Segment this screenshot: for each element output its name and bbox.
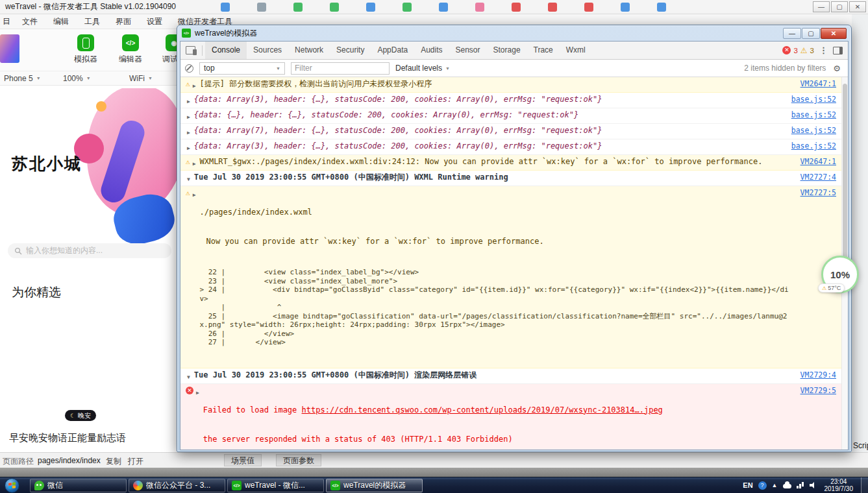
source-link[interactable]: base.js:52 [784,110,836,120]
tab-trace[interactable]: Trace [527,42,560,59]
expand-arrow-icon[interactable]: ▶ [196,388,199,398]
clear-console-icon[interactable] [185,64,193,73]
menu-item-interface[interactable]: 界面 [108,16,139,27]
tab-network[interactable]: Network [288,42,330,59]
night-badge[interactable]: ☾ 晚安 [65,410,96,421]
tab-page-params[interactable]: 页面参数 [276,454,321,466]
log-levels-selector[interactable]: Default levels ▼ [395,64,450,73]
taskbar-button-wechat[interactable]: 微信 [30,479,127,492]
source-link[interactable]: base.js:52 [784,95,836,104]
source-link[interactable]: VM2729:5 [793,386,836,396]
expand-arrow-icon[interactable]: ▶ [187,128,190,138]
help-icon[interactable]: ? [758,481,767,490]
expand-arrow-icon[interactable]: ▶ [193,190,196,200]
taskbar-button-wetravel-ide[interactable]: </> weTravel - 微信... [227,479,324,492]
device-selector[interactable]: Phone 5▼ [4,74,41,83]
expand-arrow-icon[interactable]: ▶ [187,97,190,106]
mini-program-simulator: 苏北小城 输入你想知道的内容... 为你精选 ☾ 晚安 早安晚安物语正能量励志语 [0,86,177,452]
toolbar-button-simulator[interactable]: 模拟器 [67,34,105,65]
scrollbar-thumb[interactable] [843,84,847,272]
hidden-icons-arrow[interactable]: ▲ [772,482,778,488]
source-link[interactable]: VM2727:4 [793,173,836,182]
background-tab-icon [475,3,484,12]
taskbar-button-wetravel-simulator[interactable]: </> weTravel的模拟器 [326,479,423,492]
menu-item-settings[interactable]: 设置 [139,16,170,27]
page-path-value: pages/index/index [38,456,101,465]
expand-arrow-icon[interactable]: ▶ [187,143,190,153]
execution-context-selector[interactable]: top ▼ [199,62,285,75]
expand-arrow-icon[interactable]: ▶ [187,112,190,122]
console-settings-icon[interactable]: ⚙ [833,64,841,73]
failed-image-url[interactable]: https://cdn.tencent.qswoo.com/wp-content… [302,405,663,415]
devtools-window-controls: — ▢ ✕ [783,28,847,39]
zoom-selector[interactable]: 100%▼ [63,74,91,83]
language-indicator[interactable]: EN [743,481,752,489]
code-icon: </> [122,34,139,51]
error-icon: ✕ [186,387,193,394]
devtools-body: Console Sources Network Security AppData… [180,41,849,450]
start-button[interactable] [5,478,19,493]
expand-arrow-icon[interactable]: ▶ [193,81,196,91]
close-icon[interactable]: ✕ [821,28,847,39]
tab-storage[interactable]: Storage [487,42,527,59]
collapse-arrow-icon[interactable]: ▼ [187,174,190,184]
memory-monitor-widget[interactable]: 10% ⚠ 57°C [821,256,859,293]
tab-wxml[interactable]: Wxml [560,42,592,59]
background-tab-icon [221,3,230,12]
expand-arrow-icon[interactable]: ▶ [193,159,196,169]
tab-audits[interactable]: Audits [414,42,449,59]
network-icon[interactable] [797,482,804,488]
minimize-icon[interactable]: — [783,28,801,39]
tab-console[interactable]: Console [205,42,247,59]
menu-item-file[interactable]: 文件 [14,16,45,27]
devtools-app-icon: </> [182,29,191,38]
dock-panel-icon[interactable] [833,47,843,54]
console-issue-badges[interactable]: ✕ 3 ⚠ 3 [782,46,814,55]
collapse-arrow-icon[interactable]: ▼ [187,372,190,382]
app-title: 苏北小城 [12,153,82,174]
taskbar-clock[interactable]: 23:04 2019/7/30 [825,478,854,493]
wxml-hint: Now you can provide attr `wx:key` for a … [199,237,792,246]
tab-sensor[interactable]: Sensor [449,42,487,59]
browser-icon [133,481,143,490]
splash-illustration [70,88,177,248]
source-link[interactable]: base.js:52 [784,126,836,136]
more-options-icon[interactable]: ⋮ [814,45,833,55]
cloud-icon[interactable] [783,484,791,488]
tab-appdata[interactable]: AppData [371,42,414,59]
source-link[interactable]: base.js:52 [784,141,836,151]
wechat-icon [34,481,44,490]
source-link[interactable]: VM2647:1 [793,157,836,167]
search-input[interactable]: 输入你想知道的内容... [8,243,171,258]
minimize-icon[interactable]: — [813,1,830,12]
volume-icon[interactable] [810,482,817,488]
devtools-titlebar[interactable]: </> weTravel的模拟器 — ▢ ✕ [180,25,849,41]
background-tab-icon [657,3,666,12]
menu-item-project[interactable]: 目 [0,16,14,27]
network-selector[interactable]: WiFi▼ [129,74,153,83]
copy-button[interactable]: 复制 [106,456,121,467]
maximize-icon[interactable]: ▢ [802,28,820,39]
user-avatar[interactable] [0,34,19,63]
card-caption[interactable]: 早安晚安物语正能量励志语 [9,432,126,444]
device-inspect-icon[interactable] [186,46,197,55]
open-button[interactable]: 打开 [128,456,143,467]
tab-security[interactable]: Security [330,42,371,59]
wxml-file-path: ./pages/index/index.wxml [199,208,792,217]
toolbar-button-editor[interactable]: </> 编辑器 [112,34,149,65]
code-line: 22 | <view class="index_label_bg"></view… [199,268,792,277]
wxml-code-snippet: 22 | <view class="index_label_bg"></view… [199,268,792,347]
source-link[interactable]: VM2729:4 [793,370,836,380]
close-icon[interactable]: ✕ [849,1,866,12]
menu-item-tools[interactable]: 工具 [77,16,108,27]
source-link[interactable]: VM2647:1 [793,79,836,89]
menu-item-edit[interactable]: 编辑 [45,16,77,27]
show-desktop-button[interactable] [861,477,868,493]
taskbar-button-mp-platform[interactable]: 微信公众平台 - 3... [129,479,225,492]
tab-scene-value[interactable]: 场景值 [224,454,262,466]
source-link[interactable]: VM2727:5 [793,188,836,198]
clock-time: 23:04 [830,478,847,486]
console-filter-input[interactable] [291,62,390,75]
maximize-icon[interactable]: ▢ [831,1,848,12]
tab-sources[interactable]: Sources [247,42,288,59]
